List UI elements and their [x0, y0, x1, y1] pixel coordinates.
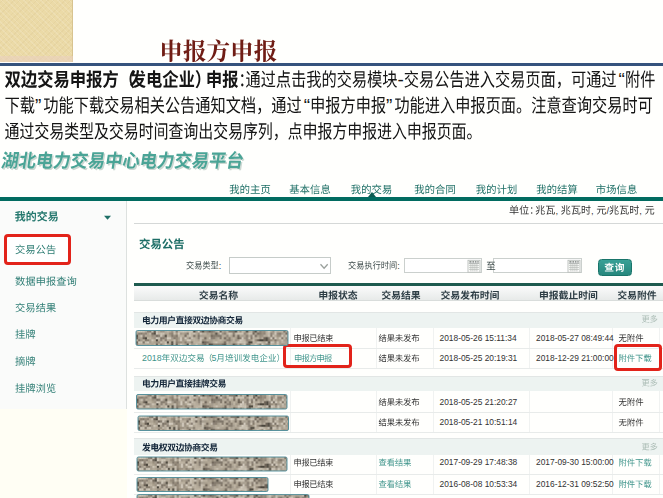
svg-text:2018-05-27 08:49:44: 2018-05-27 08:49:44: [536, 333, 614, 343]
svg-text:2018: 2018: [142, 353, 162, 363]
svg-text:,: ,: [639, 205, 642, 216]
svg-text:2018-05-26 15:11:34: 2018-05-26 15:11:34: [440, 333, 517, 343]
svg-text::: :: [219, 261, 222, 271]
svg-text:/: /: [606, 205, 609, 216]
svg-text:”: ”: [35, 95, 41, 116]
svg-text:,: ,: [591, 205, 594, 216]
svg-text:2017-09-29 17:48:38: 2017-09-29 17:48:38: [440, 457, 518, 467]
svg-text:,: ,: [555, 205, 558, 216]
svg-text:2016-12-31 09:52:50: 2016-12-31 09:52:50: [536, 479, 614, 489]
svg-text:-: -: [398, 69, 404, 90]
svg-text:5: 5: [211, 353, 216, 363]
svg-text:”: ”: [386, 95, 392, 116]
svg-text:2018-05-21 10:51:14: 2018-05-21 10:51:14: [440, 417, 518, 427]
svg-text:“: “: [304, 95, 310, 116]
svg-text:2018-12-29 21:00:00: 2018-12-29 21:00:00: [536, 353, 614, 363]
svg-text:2018-05-25 21:20:27: 2018-05-25 21:20:27: [440, 397, 518, 407]
svg-text:“: “: [619, 69, 625, 90]
svg-text:2017-09-30 15:00:00: 2017-09-30 15:00:00: [536, 457, 614, 467]
svg-text:2016-08-08 10:53:34: 2016-08-08 10:53:34: [440, 479, 518, 489]
svg-text::: :: [397, 261, 400, 271]
svg-text:2018-05-25 20:19:31: 2018-05-25 20:19:31: [440, 353, 518, 363]
